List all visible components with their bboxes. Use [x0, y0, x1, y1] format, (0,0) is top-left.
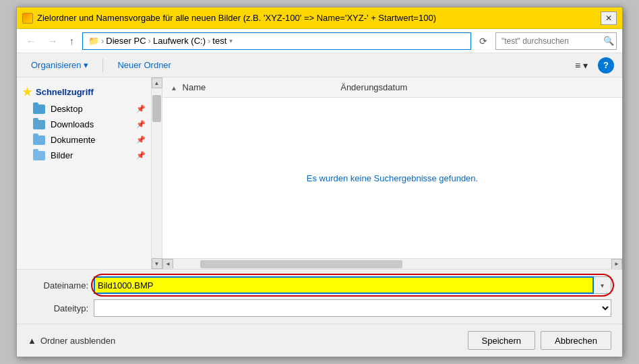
path-dieser-pc[interactable]: Dieser PC	[106, 36, 146, 46]
h-scroll-thumb[interactable]	[200, 260, 402, 268]
sidebar-item-desktop[interactable]: Desktop 📌	[17, 101, 151, 117]
hide-folders-icon: ▲	[28, 336, 36, 346]
filename-row: Dateiname: ▾	[28, 276, 611, 294]
pin-icon: 📌	[136, 104, 146, 113]
organize-label: Organisieren	[31, 60, 81, 70]
organize-arrow: ▾	[84, 60, 88, 70]
dialog-window: Zielordner und Namensvorgabe für alle ne…	[16, 7, 623, 357]
desktop-folder-icon	[33, 104, 45, 114]
up-button[interactable]: ↑	[65, 33, 78, 49]
file-empty-message: Es wurden keine Suchergebnisse gefunden.	[162, 98, 622, 258]
search-button[interactable]: 🔍	[603, 36, 614, 46]
filename-dropdown-button[interactable]: ▾	[594, 276, 611, 294]
back-button[interactable]: ←	[22, 33, 40, 49]
save-button[interactable]: Speichern	[468, 331, 536, 350]
footer: ▲ Ordner ausblenden Speichern Abbrechen	[17, 324, 622, 357]
filename-input-container: ▾	[94, 276, 611, 294]
window-icon	[22, 13, 33, 24]
view-button[interactable]: ≡ ▾	[570, 57, 592, 74]
cancel-button[interactable]: Abbrechen	[541, 331, 611, 350]
quick-access-label: Schnellzugriff	[36, 87, 94, 97]
file-header: ▲ Name Änderungsdatum	[162, 78, 622, 98]
search-container: 🔍	[495, 32, 617, 50]
filetype-select[interactable]	[94, 299, 611, 317]
downloads-folder-icon	[33, 120, 45, 129]
filename-label: Dateiname:	[28, 280, 88, 291]
folder-icon: 📁	[88, 36, 99, 46]
file-content: ▲ Name Änderungsdatum Es wurden keine Su…	[162, 78, 622, 269]
col-name-label[interactable]: Name	[183, 82, 206, 92]
dokumente-folder-icon	[33, 135, 45, 145]
close-button[interactable]: ✕	[601, 11, 617, 25]
path-test[interactable]: test	[212, 36, 226, 46]
title-bar-left: Zielordner und Namensvorgabe für alle ne…	[22, 13, 436, 24]
toolbar-right: ≡ ▾ ?	[570, 57, 614, 74]
sidebar-item-label: Bilder	[51, 150, 73, 160]
horizontal-scrollbar: ◄ ►	[162, 258, 622, 269]
scroll-track	[152, 88, 162, 258]
search-input[interactable]	[495, 32, 617, 50]
scroll-left-arrow[interactable]: ◄	[162, 259, 173, 270]
organize-button[interactable]: Organisieren ▾	[25, 57, 94, 73]
refresh-button[interactable]: ⟳	[475, 33, 491, 49]
bottom-section: Dateiname: ▾ Dateityp:	[17, 269, 622, 324]
address-path-bar[interactable]: 📁 › Dieser PC › Laufwerk (C:) › test ▾	[82, 32, 471, 50]
sidebar-item-dokumente[interactable]: Dokumente 📌	[17, 132, 151, 148]
quick-access-header[interactable]: ★ Schnellzugriff	[17, 83, 151, 101]
sidebar-item-bilder[interactable]: Bilder 📌	[17, 148, 151, 163]
scroll-down-arrow[interactable]: ▼	[152, 258, 162, 269]
forward-button[interactable]: →	[44, 33, 61, 49]
bilder-folder-icon	[33, 151, 45, 160]
sidebar-scrollbar: ▲ ▼	[152, 78, 162, 269]
sidebar: ★ Schnellzugriff Desktop 📌 Downloads 📌 D…	[17, 78, 152, 269]
pin-icon: 📌	[136, 135, 146, 144]
empty-text: Es wurden keine Suchergebnisse gefunden.	[307, 173, 478, 183]
filetype-row: Dateityp:	[28, 299, 611, 317]
title-bar: Zielordner und Namensvorgabe für alle ne…	[17, 7, 622, 29]
star-icon: ★	[22, 86, 32, 98]
col-name-header: ▲ Name	[171, 82, 206, 92]
pin-icon: 📌	[136, 151, 146, 160]
scroll-right-arrow[interactable]: ►	[611, 259, 622, 270]
sort-arrow: ▲	[171, 84, 177, 92]
window-title: Zielordner und Namensvorgabe für alle ne…	[37, 13, 436, 23]
new-folder-button[interactable]: Neuer Ordner	[111, 57, 177, 73]
hide-folders-button[interactable]: ▲ Ordner ausblenden	[28, 336, 115, 346]
main-area: ★ Schnellzugriff Desktop 📌 Downloads 📌 D…	[17, 78, 622, 269]
sidebar-item-label: Dokumente	[51, 135, 95, 145]
scroll-up-arrow[interactable]: ▲	[152, 78, 162, 88]
view-arrow: ▾	[583, 60, 588, 71]
path-dropdown-arrow[interactable]: ▾	[229, 37, 233, 44]
footer-buttons: Speichern Abbrechen	[468, 331, 611, 350]
help-button[interactable]: ?	[598, 57, 614, 73]
filename-input[interactable]	[94, 276, 594, 294]
filetype-label: Dateityp:	[28, 303, 88, 313]
sidebar-item-label: Desktop	[51, 104, 83, 114]
view-icon: ≡	[575, 60, 580, 71]
address-bar: ← → ↑ 📁 › Dieser PC › Laufwerk (C:) › te…	[17, 29, 622, 53]
toolbar-separator	[102, 59, 103, 72]
toolbar: Organisieren ▾ Neuer Ordner ≡ ▾ ?	[17, 53, 622, 78]
scroll-thumb[interactable]	[152, 95, 161, 122]
path-laufwerk[interactable]: Laufwerk (C:)	[153, 36, 206, 46]
col-date-header[interactable]: Änderungsdatum	[340, 82, 407, 92]
h-scroll-track	[173, 259, 611, 269]
sidebar-item-downloads[interactable]: Downloads 📌	[17, 117, 151, 132]
pin-icon: 📌	[136, 120, 146, 129]
hide-folders-label: Ordner ausblenden	[40, 336, 115, 346]
sidebar-item-label: Downloads	[51, 119, 94, 129]
